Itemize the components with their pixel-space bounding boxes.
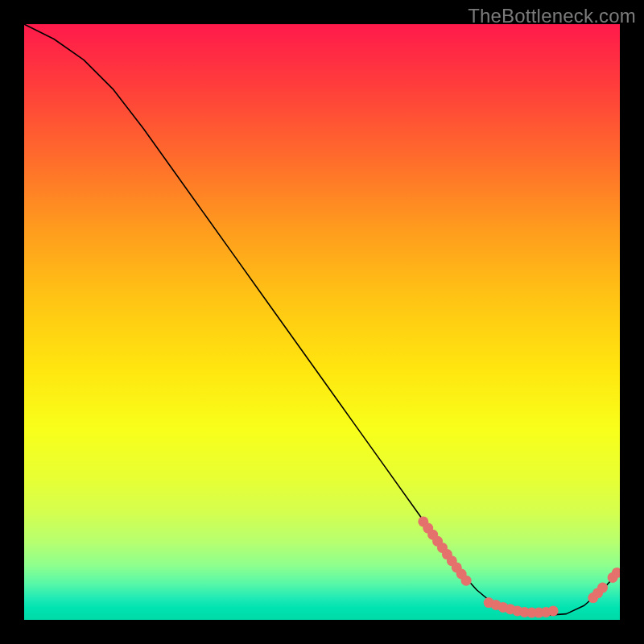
data-marker — [597, 583, 608, 593]
plot-area — [24, 24, 620, 620]
data-marker — [548, 605, 559, 616]
bottleneck-curve — [24, 24, 620, 615]
data-marker — [461, 576, 472, 586]
marker-group — [418, 516, 620, 617]
chart-svg — [24, 24, 620, 620]
frame: TheBottleneck.com — [0, 0, 644, 644]
